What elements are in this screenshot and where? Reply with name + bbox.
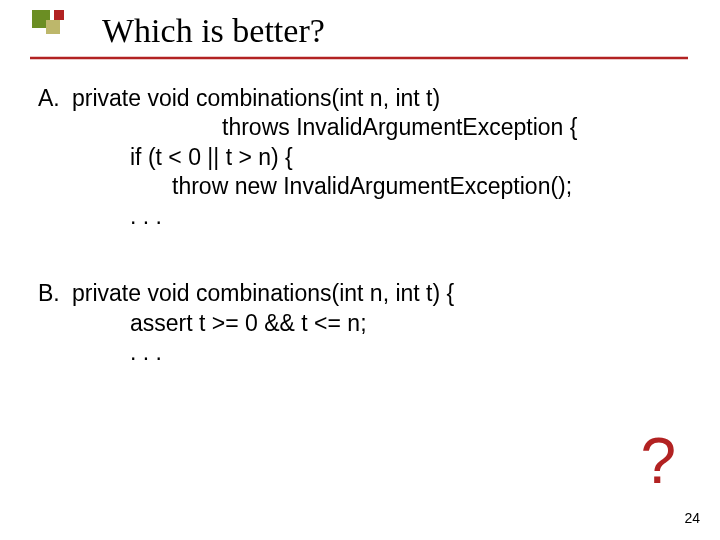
code-line: private void combinations(int n, int t) … xyxy=(72,279,454,308)
option-a-body: private void combinations(int n, int t) … xyxy=(72,84,577,231)
slide-title: Which is better? xyxy=(102,12,690,50)
question-mark: ? xyxy=(640,424,676,498)
option-a-label: A. xyxy=(38,84,72,113)
code-line: . . . xyxy=(72,338,454,367)
title-wrap: Which is better? xyxy=(30,0,690,50)
option-a: A. private void combinations(int n, int … xyxy=(38,84,690,231)
code-line: private void combinations(int n, int t) xyxy=(72,84,577,113)
svg-rect-2 xyxy=(54,10,64,20)
code-line: assert t >= 0 && t <= n; xyxy=(72,309,454,338)
title-underline xyxy=(30,56,688,60)
option-b-body: private void combinations(int n, int t) … xyxy=(72,279,454,367)
code-line: throws InvalidArgumentException { xyxy=(72,113,577,142)
option-b: B. private void combinations(int n, int … xyxy=(38,279,690,367)
code-line: throw new InvalidArgumentException(); xyxy=(72,172,577,201)
svg-rect-1 xyxy=(46,20,60,34)
page-number: 24 xyxy=(684,510,700,526)
slide: Which is better? A. private void combina… xyxy=(0,0,720,540)
code-line: if (t < 0 || t > n) { xyxy=(72,143,577,172)
code-line: . . . xyxy=(72,202,577,231)
content-area: A. private void combinations(int n, int … xyxy=(38,84,690,416)
option-b-label: B. xyxy=(38,279,72,308)
title-bullet-deco xyxy=(32,10,92,54)
